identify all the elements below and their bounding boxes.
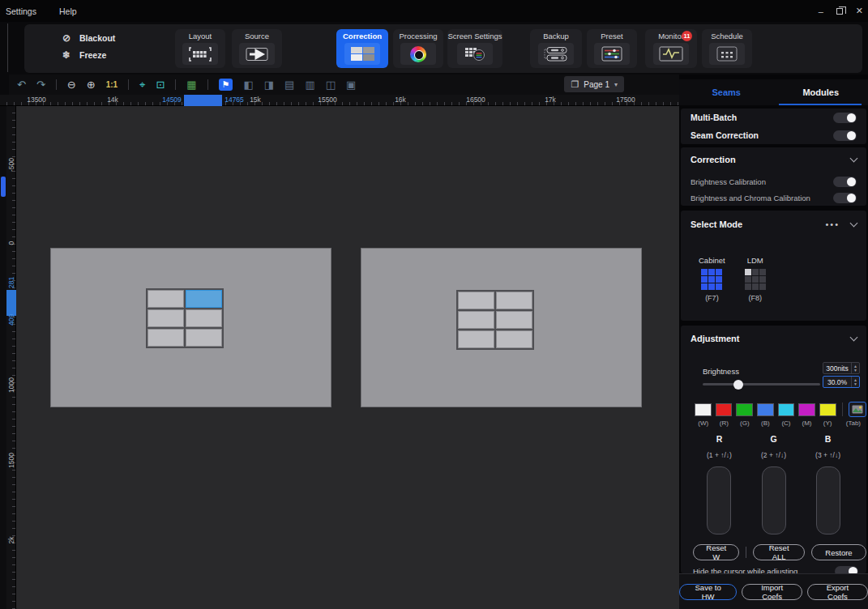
backup-button[interactable]: Backup bbox=[530, 29, 582, 68]
import-coefs-button[interactable]: Import Coefs bbox=[742, 584, 802, 600]
distribute-icon[interactable]: ◫ bbox=[326, 79, 336, 90]
cabinet-cell[interactable] bbox=[148, 329, 184, 347]
multi-batch-row: Multi-Batch bbox=[681, 109, 866, 126]
correction-section-title: Correction bbox=[691, 155, 736, 164]
color-swatch[interactable] bbox=[695, 403, 712, 416]
cabinet-grid bbox=[456, 290, 534, 350]
swatch-key-label: (W) bbox=[693, 419, 714, 427]
color-swatch[interactable] bbox=[819, 403, 836, 416]
side-panel: Seams Modules Multi-Batch Seam Correctio… bbox=[679, 75, 868, 609]
slider-knob[interactable] bbox=[733, 380, 743, 390]
ruler-label: 409 bbox=[7, 317, 15, 326]
fit-screen-icon[interactable]: ⊡ bbox=[156, 79, 165, 90]
redo-icon[interactable]: ↷ bbox=[36, 79, 45, 90]
color-swatch[interactable] bbox=[757, 403, 774, 416]
nits-spinner[interactable]: 300nits ▲▼ bbox=[823, 362, 860, 374]
more-options-icon[interactable]: ••• bbox=[825, 219, 840, 229]
cabinet-cell[interactable] bbox=[148, 309, 184, 327]
cabinet-cell[interactable] bbox=[496, 330, 532, 348]
close-button[interactable]: ✕ bbox=[856, 6, 863, 16]
freeze-toggle[interactable]: ❄ Freeze bbox=[61, 49, 115, 61]
menu-help[interactable]: Help bbox=[48, 6, 88, 16]
save-to-hw-button[interactable]: Save to HW bbox=[679, 584, 737, 600]
ruler-label: 13500 bbox=[27, 96, 46, 104]
menu-settings[interactable]: Settings bbox=[0, 6, 48, 16]
color-swatch[interactable] bbox=[798, 403, 815, 416]
brightness-calibration-toggle[interactable] bbox=[833, 177, 857, 187]
swatch-divider bbox=[842, 402, 843, 416]
screen-settings-button[interactable]: Screen Settings bbox=[447, 29, 502, 68]
mapping-icon[interactable]: ⚑ bbox=[219, 79, 233, 91]
source-button[interactable]: Source bbox=[232, 29, 282, 68]
correction-button[interactable]: Correction bbox=[336, 29, 388, 68]
tab-seams[interactable]: Seams bbox=[679, 79, 774, 105]
schedule-button[interactable]: Schedule bbox=[702, 29, 752, 68]
multi-batch-label: Multi-Batch bbox=[691, 113, 737, 122]
brightness-slider[interactable] bbox=[703, 383, 820, 385]
color-swatch[interactable] bbox=[716, 403, 733, 416]
cabinet-cell[interactable] bbox=[148, 290, 184, 308]
undo-icon[interactable]: ↶ bbox=[17, 79, 26, 90]
align-bottom-icon[interactable]: ▥ bbox=[305, 79, 314, 90]
zoom-out-icon[interactable]: ⊖ bbox=[67, 79, 76, 90]
page-selector[interactable]: ❐ Page 1 ▾ bbox=[564, 76, 624, 92]
align-right-icon[interactable]: ◨ bbox=[264, 79, 274, 90]
minimize-button[interactable]: – bbox=[819, 6, 823, 16]
spinner-arrows-icon[interactable]: ▲▼ bbox=[851, 377, 859, 387]
swatch-key-label: (C) bbox=[776, 419, 797, 427]
cabinet-cell[interactable] bbox=[186, 309, 222, 327]
adjust-wheel[interactable] bbox=[816, 466, 840, 534]
preset-button[interactable]: Preset bbox=[587, 29, 637, 68]
align-top-icon[interactable]: ▤ bbox=[284, 79, 294, 90]
channel-shortcut: (3 + ↑/↓) bbox=[815, 451, 840, 459]
cabinet-cell[interactable] bbox=[186, 329, 222, 347]
image-mode-button[interactable] bbox=[849, 402, 867, 417]
select-mode-header[interactable]: Select Mode ••• bbox=[681, 211, 866, 238]
zoom-in-icon[interactable]: ⊕ bbox=[87, 79, 96, 90]
color-swatch[interactable] bbox=[736, 403, 753, 416]
reset-w-button[interactable]: Reset W bbox=[693, 544, 739, 560]
restore-button-panel[interactable]: Restore bbox=[811, 544, 866, 560]
schedule-icon bbox=[716, 46, 738, 62]
correction-section-header[interactable]: Correction bbox=[681, 147, 866, 172]
cabinet-cell[interactable] bbox=[496, 292, 532, 309]
cabinet-cell[interactable] bbox=[496, 311, 532, 329]
mode-ldm[interactable]: LDM (F8) bbox=[745, 256, 766, 302]
zoom-ratio-label[interactable]: 1:1 bbox=[106, 81, 118, 89]
ruler-label: 17k bbox=[545, 96, 556, 104]
monitor-button[interactable]: Monitor 11 bbox=[645, 29, 697, 68]
cabinet-cell[interactable] bbox=[458, 292, 494, 309]
cabinet-cell[interactable] bbox=[458, 311, 494, 329]
tab-modules[interactable]: Modules bbox=[774, 79, 868, 105]
mode-cabinet[interactable]: Cabinet (F7) bbox=[699, 256, 725, 302]
export-coefs-button[interactable]: Export Coefs bbox=[807, 584, 868, 600]
cabinet-shortcut: (F7) bbox=[705, 294, 719, 302]
screen-1[interactable] bbox=[50, 248, 331, 407]
spinner-arrows-icon[interactable]: ▲▼ bbox=[851, 363, 859, 373]
channel-label: R bbox=[716, 434, 723, 444]
color-swatch[interactable] bbox=[778, 403, 795, 416]
vertical-scrollbar[interactable] bbox=[0, 106, 6, 609]
cabinet-cell[interactable] bbox=[186, 290, 222, 308]
align-left-icon[interactable]: ◧ bbox=[243, 79, 253, 90]
seam-correction-toggle[interactable] bbox=[833, 130, 857, 141]
reset-all-button[interactable]: Reset ALL bbox=[753, 544, 805, 560]
adjustment-header[interactable]: Adjustment bbox=[681, 326, 866, 351]
restore-button[interactable] bbox=[836, 6, 843, 16]
multi-batch-toggle[interactable] bbox=[833, 113, 857, 123]
adjust-wheel[interactable] bbox=[762, 466, 786, 534]
cabinet-cell[interactable] bbox=[458, 330, 494, 348]
locate-icon[interactable]: ⌖ bbox=[139, 79, 145, 90]
cabinet-icon bbox=[701, 269, 722, 290]
processing-button[interactable]: Processing bbox=[393, 29, 443, 68]
percent-spinner[interactable]: 30.0% ▲▼ bbox=[823, 376, 860, 388]
adjust-wheel[interactable] bbox=[707, 466, 731, 534]
layout-button[interactable]: Layout bbox=[175, 29, 225, 68]
grid-icon[interactable]: ▦ bbox=[186, 79, 196, 90]
screen-2[interactable] bbox=[361, 248, 642, 407]
stack-icon[interactable]: ▣ bbox=[346, 79, 356, 90]
scrollbar-thumb[interactable] bbox=[1, 177, 6, 197]
editing-canvas[interactable] bbox=[16, 106, 679, 609]
chroma-calibration-toggle[interactable] bbox=[833, 193, 857, 203]
blackout-toggle[interactable]: ⊘ Blackout bbox=[61, 32, 115, 44]
